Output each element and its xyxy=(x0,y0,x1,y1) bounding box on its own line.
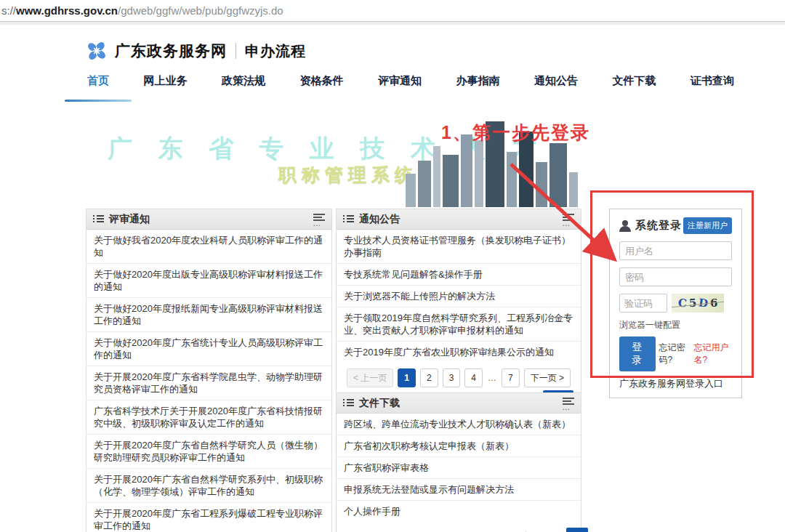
page-number-button[interactable]: 3 xyxy=(443,368,461,387)
forgot-username-link[interactable]: 忘记用户名? xyxy=(694,342,732,366)
nav-item[interactable]: 通知公告 xyxy=(534,70,578,102)
page-number-button[interactable]: … xyxy=(487,369,497,387)
download-link[interactable]: 广东省职称评审表格 xyxy=(337,457,581,479)
url-prefix: s:// xyxy=(1,4,16,17)
announcements-pagination: < 上一页 1234…7 下一页 > xyxy=(341,368,576,387)
downloads-title: 文件下载 xyxy=(359,397,400,410)
downloads-panel: 文件下载 ... 跨区域、跨单位流动专业技术人才职称确认表（新表）广东省初次职称… xyxy=(336,392,581,532)
announcements-header: 通知公告 ... xyxy=(337,209,581,230)
captcha-char: 6 xyxy=(710,297,717,310)
login-row: 登录 忘记密码? 忘记用户名? xyxy=(619,336,732,371)
forgot-password-link[interactable]: 忘记密码? xyxy=(659,342,691,366)
announcements-list: 专业技术人员资格证书管理服务（换发职称电子证书）办事指南专技系统常见问题解答&操… xyxy=(337,230,581,363)
downloads-pagination: < 上一页 123 下一页 > 到第 页 转到 xyxy=(341,528,576,532)
more-icon[interactable]: ... xyxy=(563,398,574,409)
page-number-button[interactable]: 7 xyxy=(502,368,520,387)
download-link[interactable]: 广东省初次职称考核认定申报表（新表） xyxy=(337,435,581,457)
notice-link[interactable]: 关于领取2019年度自然科学研究系列、工程系列冶金专业、突出贡献人才职称评审申报… xyxy=(337,307,581,342)
notice-link[interactable]: 广东省科学技术厅关于开展2020年度广东省科技情报研究中级、初级职称评审及认定工… xyxy=(86,400,331,435)
review-notices-panel: 评审通知 ... 关于做好我省2020年度农业科研人员职称评审工作的通知关于做好… xyxy=(86,209,332,532)
site-header: 广东政务服务网 申办流程 xyxy=(86,40,306,62)
announcements-panel: 通知公告 ... 专业技术人员资格证书管理服务（换发职称电子证书）办事指南专技系… xyxy=(336,209,581,415)
browser-url-bar[interactable]: s://www.gdhrss.gov.cn/gdweb/ggfw/web/pub… xyxy=(0,0,785,22)
captcha-char: D xyxy=(698,296,709,310)
downloads-jump-row: 到第 页 转到 xyxy=(518,528,588,532)
prev-page-button[interactable]: < 上一页 xyxy=(347,368,393,387)
gov-portal-login-link[interactable]: 广东政务服务网登录入口 xyxy=(619,377,732,390)
site-logo-icon xyxy=(86,40,108,62)
annotation-step-text: 1、第一步先登录 xyxy=(441,121,590,145)
nav-item[interactable]: 评审通知 xyxy=(378,70,422,102)
notice-link[interactable]: 关于2019年度广东省农业职称评审结果公示的通知 xyxy=(337,342,581,363)
downloads-header: 文件下载 ... xyxy=(337,393,581,414)
downloads-list: 跨区域、跨单位流动专业技术人才职称确认表（新表）广东省初次职称考核认定申报表（新… xyxy=(337,414,581,522)
notice-link[interactable]: 关于做好2020年度出版专业高级职称评审材料报送工作的通知 xyxy=(86,264,331,298)
page-url[interactable]: s://www.gdhrss.gov.cn/gdweb/ggfw/web/pub… xyxy=(1,4,283,17)
nav-item[interactable]: 资格条件 xyxy=(300,70,344,102)
login-button[interactable]: 登录 xyxy=(619,336,656,371)
main-nav: 首页 网上业务 政策法规 资格条件 评审通知 办事指南 通知公告 文件下载 证书… xyxy=(87,70,734,102)
download-link[interactable]: 个人操作手册 xyxy=(337,501,581,522)
download-link[interactable]: 跨区域、跨单位流动专业技术人才职称确认表（新表） xyxy=(337,414,581,435)
title-divider xyxy=(236,43,236,59)
nav-item[interactable]: 文件下载 xyxy=(613,70,656,102)
more-icon[interactable]: ... xyxy=(313,214,325,225)
more-icon[interactable]: ... xyxy=(563,214,574,225)
announcements-title: 通知公告 xyxy=(359,213,400,226)
next-page-button[interactable]: 下一页 > xyxy=(524,368,571,387)
captcha-char: C xyxy=(677,297,687,310)
user-avatar-icon xyxy=(619,220,631,232)
password-input[interactable] xyxy=(619,267,732,286)
captcha-image[interactable]: C5D6 xyxy=(672,294,724,313)
login-title: 系统登录 xyxy=(635,219,682,233)
captcha-input[interactable] xyxy=(619,294,667,313)
nav-item[interactable]: 政策法规 xyxy=(222,70,265,102)
notice-link[interactable]: 关于做好我省2020年度农业科研人员职称评审工作的通知 xyxy=(86,230,331,264)
login-header: 系统登录 注册新用户 xyxy=(619,217,732,234)
notice-link[interactable]: 专技系统常见问题解答&操作手册 xyxy=(337,264,581,286)
nav-item[interactable]: 办事指南 xyxy=(456,70,500,102)
page-number-button[interactable]: 1 xyxy=(398,368,416,387)
browser-config-link[interactable]: 浏览器一键配置 xyxy=(619,319,732,331)
captcha-row: C5D6 xyxy=(619,294,732,313)
list-icon xyxy=(343,399,354,408)
notice-link[interactable]: 关于开展2020年度广东省自然科学研究人员（微生物）研究助理研究员职称评审工作的… xyxy=(86,435,331,469)
notice-link[interactable]: 关于做好2020年度报纸新闻专业高级职称评审材料报送工作的通知 xyxy=(86,298,331,332)
username-input[interactable] xyxy=(619,241,732,260)
page: s://www.gdhrss.gov.cn/gdweb/ggfw/web/pub… xyxy=(0,0,785,532)
notice-link[interactable]: 关于开展2020年广东省自然科学研究系列中、初级职称（化学、物理学领域）评审工作… xyxy=(86,469,331,503)
notice-link[interactable]: 关于开展2020年度广东省科学院昆虫学、动物学助理研究员资格评审工作的通知 xyxy=(86,366,331,400)
notice-link[interactable]: 专业技术人员资格证书管理服务（换发职称电子证书）办事指南 xyxy=(337,230,581,264)
nav-item[interactable]: 证书查询 xyxy=(691,70,734,102)
notice-link[interactable]: 关于浏览器不能上传照片的解决方法 xyxy=(337,286,581,307)
nav-item[interactable]: 首页 xyxy=(87,70,109,102)
jump-go-button[interactable]: 转到 xyxy=(566,528,588,532)
page-number-button[interactable]: 4 xyxy=(464,368,483,387)
notice-link[interactable]: 关于开展2020年度广东省工程系列爆破工程专业职称评审工作的通知 xyxy=(86,503,331,532)
url-path: /gdweb/ggfw/web/pub/ggfwzyjs.do xyxy=(118,4,283,17)
notice-link[interactable]: 关于做好2020年度广东省统计专业人员高级职称评审工作的通知 xyxy=(86,332,331,366)
url-domain: www.gdhrss.gov.cn xyxy=(16,4,118,17)
download-link[interactable]: 申报系统无法登陆或显示有问题解决方法 xyxy=(337,479,581,501)
list-icon xyxy=(93,215,104,224)
review-notices-title: 评审通知 xyxy=(109,213,150,226)
site-name: 广东政务服务网 xyxy=(115,41,227,61)
captcha-char: 5 xyxy=(688,297,697,310)
review-notices-list: 关于做好我省2020年度农业科研人员职称评审工作的通知关于做好2020年度出版专… xyxy=(86,230,331,532)
page-title: 申办流程 xyxy=(245,41,306,61)
nav-item[interactable]: 网上业务 xyxy=(144,70,188,102)
register-new-user-button[interactable]: 注册新用户 xyxy=(683,217,732,234)
review-notices-header: 评审通知 ... xyxy=(86,209,331,230)
login-panel: 系统登录 注册新用户 C5D6 浏览器一键配置 登录 忘记密码? 忘记用户名? … xyxy=(609,209,742,398)
list-icon xyxy=(343,215,354,224)
page-number-button[interactable]: 2 xyxy=(420,368,438,387)
